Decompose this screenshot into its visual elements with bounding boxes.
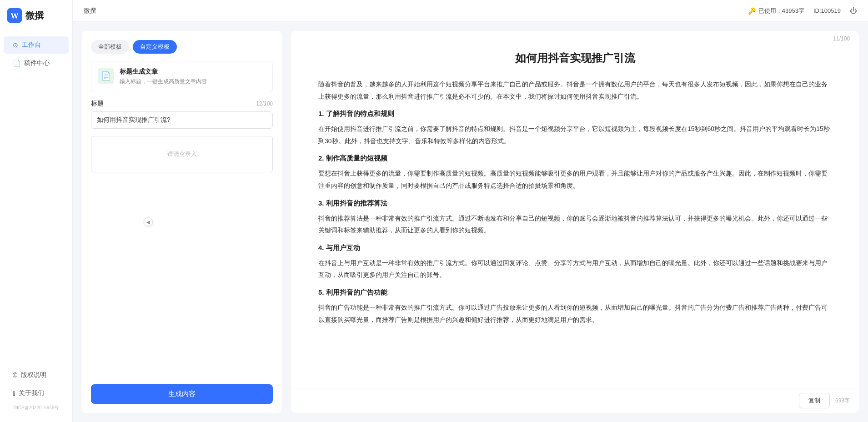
svg-text:W: W bbox=[10, 11, 19, 20]
doc-footer: 复制 693字 bbox=[291, 388, 859, 413]
doc-section-title: 3. 利用抖音的推荐算法 bbox=[318, 199, 832, 208]
icp-text: ©ICP备2022016946号 bbox=[0, 403, 72, 413]
logout-button[interactable]: ⏻ bbox=[850, 7, 857, 15]
template-card[interactable]: 📄 标题生成文章 输入标题，一键生成高质量文章内容 bbox=[91, 61, 273, 92]
content-body: 全部模板 自定义模板 📄 标题生成文章 输入标题，一键生成高质量文章内容 标题 … bbox=[73, 22, 868, 422]
sidebar-item-about[interactable]: ℹ 关于我们 bbox=[4, 385, 69, 402]
template-card-desc: 输入标题，一键生成高质量文章内容 bbox=[120, 78, 266, 85]
sidebar-item-copyright[interactable]: © 版权说明 bbox=[4, 367, 69, 384]
copyright-icon: © bbox=[13, 372, 17, 379]
doc-sections: 随着抖音的普及，越来越多的人开始利用这个短视频分享平台来推广自己的产品或服务。抖… bbox=[318, 78, 832, 326]
usage-label: 已使用：43953字 bbox=[758, 7, 804, 15]
template-card-title: 标题生成文章 bbox=[120, 68, 266, 76]
template-card-icon: 📄 bbox=[98, 68, 114, 84]
doc-section-title: 4. 与用户互动 bbox=[318, 244, 832, 252]
topbar: 微撰 🔑 已使用：43953字 ID:100519 ⏻ bbox=[73, 0, 868, 22]
sidebar-bottom: © 版权说明 ℹ 关于我们 ©ICP备2022016946号 bbox=[0, 361, 72, 422]
extra-placeholder: 请清空录入 bbox=[91, 136, 273, 172]
user-id: ID:100519 bbox=[813, 7, 841, 14]
title-input[interactable] bbox=[91, 111, 273, 129]
title-count: 12/100 bbox=[256, 100, 273, 107]
doc-paragraph: 抖音的推荐算法是一种非常有效的推广引流方式。通过不断地发布和分享自己的短视频，你… bbox=[318, 212, 832, 236]
doc-section-title: 2. 制作高质量的短视频 bbox=[318, 154, 832, 163]
title-label-row: 标题 12/100 bbox=[91, 100, 273, 108]
spacer bbox=[91, 180, 273, 377]
topbar-right: 🔑 已使用：43953字 ID:100519 ⏻ bbox=[748, 7, 857, 15]
right-panel: 11/100 如何用抖音实现推广引流 随着抖音的普及，越来越多的人开始利用这个短… bbox=[291, 31, 859, 413]
template-tabs: 全部模板 自定义模板 bbox=[91, 40, 273, 54]
copy-button[interactable]: 复制 bbox=[799, 393, 830, 408]
title-form-section: 标题 12/100 bbox=[91, 100, 273, 129]
doc-paragraph: 在抖音上与用户互动是一种非常有效的推广引流方式。你可以通过回复评论、点赞、分享等… bbox=[318, 257, 832, 281]
app-name: 微撰 bbox=[25, 10, 44, 22]
usage-info: 🔑 已使用：43953字 bbox=[748, 7, 804, 15]
title-label: 标题 bbox=[91, 100, 104, 108]
generate-button[interactable]: 生成内容 bbox=[91, 384, 273, 404]
doc-paragraph: 要想在抖音上获得更多的流量，你需要制作高质量的短视频。高质量的短视频能够吸引更多… bbox=[318, 167, 832, 191]
doc-paragraph: 随着抖音的普及，越来越多的人开始利用这个短视频分享平台来推广自己的产品或服务。抖… bbox=[318, 78, 832, 102]
sidebar-bottom-label: 关于我们 bbox=[19, 389, 44, 397]
tab-custom-templates[interactable]: 自定义模板 bbox=[133, 40, 177, 54]
sidebar-nav: ⊙ 工作台 📄 稿件中心 bbox=[0, 31, 72, 361]
topbar-title: 微撰 bbox=[84, 7, 96, 15]
key-icon: 🔑 bbox=[748, 7, 756, 15]
doc-section-title: 1. 了解抖音的特点和规则 bbox=[318, 110, 832, 118]
info-icon: ℹ bbox=[13, 390, 15, 397]
doc-section-title: 5. 利用抖音的广告功能 bbox=[318, 288, 832, 297]
doc-title: 如何用抖音实现推广引流 bbox=[318, 51, 832, 65]
doc-header: 11/100 bbox=[291, 31, 859, 42]
sidebar: W 微撰 ⊙ 工作台 📄 稿件中心 © 版权说明 ℹ 关于我们 ©ICP备202… bbox=[0, 0, 73, 422]
workbench-icon: ⊙ bbox=[13, 41, 18, 49]
tab-all-templates[interactable]: 全部模板 bbox=[91, 40, 129, 54]
doc-paragraph: 在开始使用抖音进行推广引流之前，你需要了解抖音的特点和规则。抖音是一个短视频分享… bbox=[318, 123, 832, 147]
sidebar-item-label: 稿件中心 bbox=[24, 59, 50, 67]
logo: W 微撰 bbox=[0, 0, 72, 31]
doc-page-count: 11/100 bbox=[833, 35, 850, 42]
sidebar-item-workbench[interactable]: ⊙ 工作台 bbox=[4, 36, 69, 54]
drafts-icon: 📄 bbox=[13, 60, 20, 67]
left-panel: 全部模板 自定义模板 📄 标题生成文章 输入标题，一键生成高质量文章内容 标题 … bbox=[82, 31, 282, 413]
sidebar-item-drafts[interactable]: 📄 稿件中心 bbox=[4, 55, 69, 72]
word-count: 693字 bbox=[835, 397, 850, 405]
template-card-info: 标题生成文章 输入标题，一键生成高质量文章内容 bbox=[120, 68, 266, 85]
sidebar-item-label: 工作台 bbox=[22, 41, 41, 49]
doc-content: 如何用抖音实现推广引流 随着抖音的普及，越来越多的人开始利用这个短视频分享平台来… bbox=[291, 42, 859, 388]
sidebar-bottom-label: 版权说明 bbox=[21, 371, 46, 379]
doc-paragraph: 抖音的广告功能是一种非常有效的推广引流方式。你可以通过广告投放来让更多的人看到你… bbox=[318, 301, 832, 326]
main: 微撰 🔑 已使用：43953字 ID:100519 ⏻ 全部模板 自定义模板 📄… bbox=[73, 0, 868, 422]
collapse-arrow[interactable]: ◀ bbox=[144, 217, 153, 226]
logo-icon: W bbox=[7, 8, 22, 23]
